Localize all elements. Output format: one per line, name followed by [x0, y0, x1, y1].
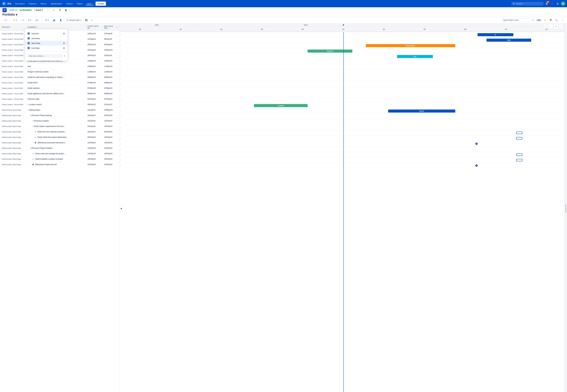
cell-summary[interactable]: ▾ Hybrid project: [26, 108, 86, 112]
lightning-button[interactable]: ⚡: [543, 18, 547, 22]
nav-item-projects[interactable]: Projects ▾: [27, 2, 38, 5]
portfolio-title[interactable]: Portfolio ▾: [2, 13, 17, 16]
gantt-fit[interactable]: ⤢: [554, 24, 558, 29]
nav-item-filters[interactable]: Filters ▾: [39, 2, 48, 5]
pin-button[interactable]: 📌: [57, 8, 62, 13]
cell-summary[interactable]: (Task) Run the collection question...: [26, 130, 86, 134]
table-row[interactable]: Hybrid project (Sport App) (Task) Lead a…: [0, 151, 120, 156]
nav-item-apps[interactable]: Apps ▾: [85, 2, 94, 5]
more-button[interactable]: ⋯: [560, 18, 565, 22]
col-header-start[interactable]: START DATE [M...: [86, 24, 103, 30]
add-column-button[interactable]: +: [115, 25, 118, 29]
table-row[interactable]: Hybrid project (Sport App) (Task) Establ…: [0, 156, 120, 162]
save-button[interactable]: 💾: [84, 18, 88, 22]
port-id[interactable]: PORT-10: [10, 9, 17, 11]
cell-summary[interactable]: (Milestone) Project kick-off: [26, 163, 86, 167]
settings-button[interactable]: ⚙️: [555, 1, 560, 6]
col-drop-summary[interactable]: Summary: [25, 36, 67, 41]
gantt-button[interactable]: ≡ Gantt ▾: [33, 8, 44, 13]
collapse-button[interactable]: ◀: [120, 206, 122, 211]
gantt-bar[interactable]: Utiliti: [486, 39, 531, 42]
zoom-button[interactable]: 🔍: [554, 18, 559, 22]
info-button[interactable]: ℹ: [51, 8, 56, 13]
cell-summary[interactable]: Install appliances and have the utilitie…: [26, 92, 86, 96]
add-column-btn[interactable]: ▾: [25, 53, 67, 59]
nav-item-plans[interactable]: Plans ▾: [76, 2, 84, 5]
app-logo[interactable]: Jira: [2, 1, 11, 6]
cell-summary[interactable]: Install cabinets: [26, 86, 86, 90]
gantt-bar[interactable]: Des: [397, 55, 433, 58]
gantt-bar[interactable]: Hybrid: [388, 110, 455, 112]
undo-button[interactable]: ↩: [89, 18, 94, 22]
port-status-badge[interactable]: IN PROGRESS: [19, 9, 32, 11]
cell-summary[interactable]: Install HVAC: [26, 81, 86, 85]
table-row[interactable]: Hybrid project (Sport App) (Milestone) D…: [0, 140, 120, 145]
col-header-subbox[interactable]: SUB-BOX ↕: [0, 25, 26, 29]
notifications-button[interactable]: 🔔 9+: [545, 1, 549, 6]
col-header-summary[interactable]: SUMMARY ↕: [26, 25, 86, 29]
search-input[interactable]: [516, 2, 542, 5]
calendar-button[interactable]: 📅: [549, 18, 553, 22]
col-delete-startdate[interactable]: 🗑: [63, 42, 65, 44]
table-row[interactable]: Classic project - House Build Install HV…: [0, 80, 120, 85]
table-row[interactable]: Hybrid project (Sport App) (Task) Run th…: [0, 129, 120, 135]
gantt-bar[interactable]: Location: [254, 104, 308, 107]
nav-item-yourwork[interactable]: Your work ▾: [14, 2, 26, 5]
table-row[interactable]: Classic project - House Build Install th…: [0, 74, 120, 80]
add-button[interactable]: + ▾: [2, 18, 8, 22]
sample-data-button[interactable]: 📋 Sample data* ▾: [64, 18, 83, 22]
cell-summary[interactable]: ▸ Location search: [26, 103, 86, 107]
col-drop-enddate[interactable]: End Date 🗑: [25, 46, 67, 50]
col-header-end[interactable]: END DATE [MA... +: [103, 24, 120, 31]
table-row[interactable]: Hybrid project (Sport App) ▾ (Process) P…: [0, 145, 120, 151]
cell-summary[interactable]: ▾ (Process) Project planing: [26, 113, 86, 117]
table-row[interactable]: Hybrid project (Sport App) ▾ (Process) A…: [0, 118, 120, 124]
create-button[interactable]: Create: [95, 1, 106, 6]
cell-summary[interactable]: (Task) Lead and manage the project ...: [26, 152, 86, 155]
table-row[interactable]: Classic project - House Build ▸ Location…: [0, 102, 120, 107]
col-delete-subbox[interactable]: 🗑: [63, 32, 65, 35]
gantt-zoom-out[interactable]: -: [549, 24, 553, 29]
table-row[interactable]: Classic project - House Build task 04/Ma…: [0, 64, 120, 69]
group-button[interactable]: 📁 ▾: [12, 18, 19, 22]
cell-summary[interactable]: ▾ (Process) Project initiation: [26, 146, 86, 150]
table-row[interactable]: Classic project - House Build Install ca…: [0, 85, 120, 91]
table-row[interactable]: Classic project - House Build Install ap…: [0, 91, 120, 96]
col-delete-enddate[interactable]: 🗑: [63, 47, 65, 49]
cell-summary[interactable]: task: [26, 64, 86, 68]
table-row[interactable]: Classic project - House Build Paint the …: [0, 96, 120, 102]
cell-summary[interactable]: Install the wall board or panelling on i…: [26, 75, 86, 79]
table-row[interactable]: Hybrid project (Sport App) ▾ Hybrid proj…: [0, 107, 120, 113]
gantt-zoom-in[interactable]: +: [543, 24, 548, 29]
nav-item-teams[interactable]: Teams ▾: [65, 2, 74, 5]
gantt-bar[interactable]: Financin: [308, 50, 352, 53]
avatar[interactable]: JD: [561, 1, 565, 6]
nav-item-dashboards[interactable]: Dashboards ▾: [49, 2, 64, 5]
user-button[interactable]: 👤: [58, 18, 63, 22]
gantt-bar[interactable]: In: [478, 33, 513, 36]
gantt-more[interactable]: ⋯: [559, 24, 563, 29]
view-button[interactable]: 👁 ▾: [26, 18, 33, 22]
search-box[interactable]: 🔍: [511, 2, 543, 5]
cell-summary[interactable]: Rough-in electrical outlets: [26, 70, 86, 74]
user-settings-button[interactable]: 👤: [63, 8, 68, 13]
team-button[interactable]: 👥: [51, 18, 57, 22]
share-button[interactable]: ⋯: [45, 8, 50, 13]
cell-summary[interactable]: ▾ (Task) Gather requirements from bus...: [26, 124, 86, 128]
cell-summary[interactable]: (Task) Establish a project schedule: [26, 157, 86, 161]
help-button[interactable]: ❓: [550, 1, 554, 6]
sort-button[interactable]: ↕ ▾: [20, 18, 25, 22]
link-button[interactable]: 🔗 ▾: [43, 18, 50, 22]
table-row[interactable]: Hybrid project (Sport App) (Milestone) P…: [0, 162, 120, 167]
cell-summary[interactable]: (Milestone) Document technical a...: [26, 141, 86, 145]
gantt-bar[interactable]: Construction: [366, 44, 455, 47]
add-column-input[interactable]: [28, 54, 63, 58]
table-row[interactable]: Hybrid project (Sport App) ▾ (Process) P…: [0, 113, 120, 118]
cell-summary[interactable]: (Task) Verify that project deliverable..…: [26, 135, 86, 139]
col-drop-startdate[interactable]: Start Date 🗑: [25, 41, 67, 46]
table-row[interactable]: Classic project - House Build Rough-in e…: [0, 69, 120, 74]
quick-filter-dropdown[interactable]: Quick Filters: none ▾: [502, 18, 535, 22]
cell-summary[interactable]: Paint the walls: [26, 97, 86, 101]
table-row[interactable]: Hybrid project (Sport App) (Task) Verify…: [0, 135, 120, 140]
columns-button[interactable]: ⊞ ▾: [34, 18, 40, 22]
